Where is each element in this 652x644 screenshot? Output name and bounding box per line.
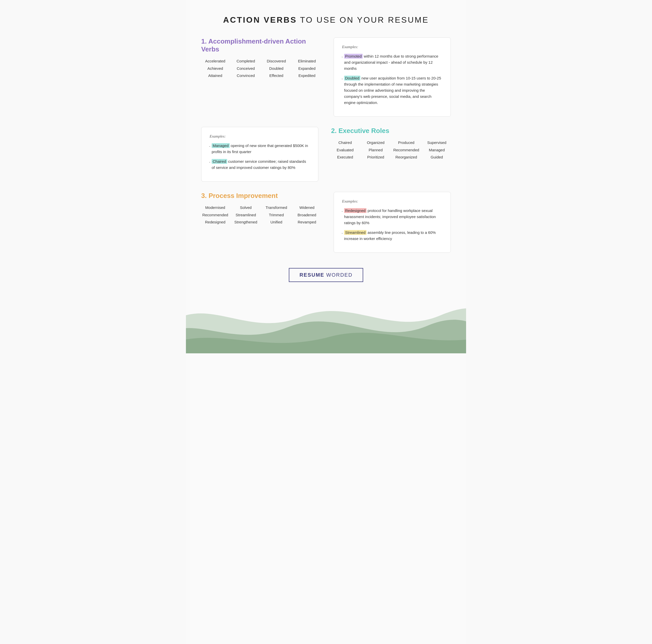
word-item: Expanded [298,66,316,72]
word-item: Effected [269,73,283,79]
word-item: Managed [429,147,445,153]
section3-right: Examples: Redesigned protocol for handli… [334,192,451,253]
header: ACTION VERBS TO USE ON YOUR RESUME [186,0,466,37]
word-item: Discovered [267,58,286,64]
section3-left: 3. Process Improvement Modernised Recomm… [201,192,321,233]
word-item: Convinced [237,73,255,79]
word-item: Unified [270,219,282,225]
highlight-streamlined: Streamlined [344,230,366,235]
section2-title: 2. Executive Roles [331,127,451,135]
word-col-3: Produced Recommended Reorganized [392,140,420,160]
section1-example-box: Examples: Promoted within 12 months due … [334,37,451,117]
page-title: ACTION VERBS TO USE ON YOUR RESUME [186,15,466,25]
word-item: Attained [208,73,222,79]
footer-logo: RESUME WORDED [186,268,466,302]
word-col-3: Discovered Doubled Effected [262,58,290,79]
word-item: Accelerated [205,58,225,64]
word-item: Doubled [269,66,283,72]
word-item: Expedited [298,73,316,79]
word-item: Prioritized [367,154,384,160]
word-item: Produced [398,140,414,146]
section1-title: 1. Accomplishment-driven Action Verbs [201,37,321,53]
section2-wrap: Examples: Managed opening of new store t… [201,127,451,182]
section1-word-grid: Accelerated Achieved Attained Completed … [201,58,321,79]
word-col-1: Chaired Evaluated Executed [331,140,359,160]
example-item: Streamlined assembly line process, leadi… [342,230,442,242]
highlight-doubled: Doubled [344,76,360,80]
section3-wrap: 3. Process Improvement Modernised Recomm… [201,192,451,253]
highlight-redesigned: Redesigned [344,208,366,213]
word-col-2: Organized Planned Prioritized [362,140,390,160]
word-col-4: Widened Broadened Revamped [293,205,321,225]
word-item: Completed [237,58,255,64]
word-item: Revamped [298,219,316,225]
word-item: Planned [369,147,383,153]
section2-right: 2. Executive Roles Chaired Evaluated Exe… [331,127,451,168]
highlight-chaired: Chaired [212,159,227,164]
word-item: Executed [337,154,353,160]
word-item: Guided [431,154,443,160]
word-item: Reorganized [395,154,417,160]
word-item: Organized [367,140,384,146]
word-item: Broadened [297,212,316,218]
word-col-2: Solved Streamlined Strengthened [232,205,260,225]
word-item: Evaluated [337,147,354,153]
word-col-4: Supervised Managed Guided [423,140,451,160]
word-col-1: Modernised Recommended Redesigned [201,205,229,225]
word-col-3: Transformed Trimmed Unified [262,205,290,225]
word-col-2: Completed Conceived Convinced [232,58,260,79]
word-item: Strengthened [234,219,257,225]
section1-left: 1. Accomplishment-driven Action Verbs Ac… [201,37,321,86]
section2-word-grid: Chaired Evaluated Executed Organized Pla… [331,140,451,160]
section1-right: Examples: Promoted within 12 months due … [334,37,451,117]
highlight-promoted: Promoted [344,54,363,59]
example-item: Promoted within 12 months due to strong … [342,53,442,72]
section3-example-box: Examples: Redesigned protocol for handli… [334,192,451,253]
word-col-1: Accelerated Achieved Attained [201,58,229,79]
word-item: Transformed [266,205,287,211]
word-item: Widened [299,205,314,211]
example-item: Redesigned protocol for handling workpla… [342,208,442,226]
word-item: Chaired [338,140,352,146]
word-item: Solved [240,205,252,211]
page-wrapper: ACTION VERBS TO USE ON YOUR RESUME 1. Ac… [186,0,466,644]
word-item: Supervised [427,140,446,146]
word-item: Achieved [207,66,223,72]
word-item: Streamlined [236,212,256,218]
word-col-4: Eliminated Expanded Expedited [293,58,321,79]
word-item: Redesigned [205,219,225,225]
section2-left: Examples: Managed opening of new store t… [201,127,318,182]
section3-title: 3. Process Improvement [201,192,321,200]
section2-example-box: Examples: Managed opening of new store t… [201,127,318,182]
word-item: Recommended [202,212,228,218]
wave-section: RESUME WORDED [186,268,466,353]
word-item: Eliminated [298,58,316,64]
word-item: Trimmed [269,212,284,218]
example-item: Chaired customer service committee; rais… [210,158,310,171]
word-item: Recommended [393,147,419,153]
example-item: Managed opening of new store that genera… [210,143,310,155]
main-content: 1. Accomplishment-driven Action Verbs Ac… [186,37,466,253]
example-label: Examples: [342,45,442,49]
highlight-managed: Managed [212,143,230,148]
example-label: Examples: [210,134,310,139]
logo-bold: RESUME [300,272,324,278]
example-item: Doubled new user acquisition from 10-15 … [342,75,442,106]
section3-word-grid: Modernised Recommended Redesigned Solved… [201,205,321,225]
logo-rest: WORDED [324,272,352,278]
example-label: Examples: [342,199,442,204]
section1-top: 1. Accomplishment-driven Action Verbs Ac… [201,37,451,117]
logo-box: RESUME WORDED [289,268,363,282]
word-item: Modernised [205,205,225,211]
word-item: Conceived [237,66,255,72]
